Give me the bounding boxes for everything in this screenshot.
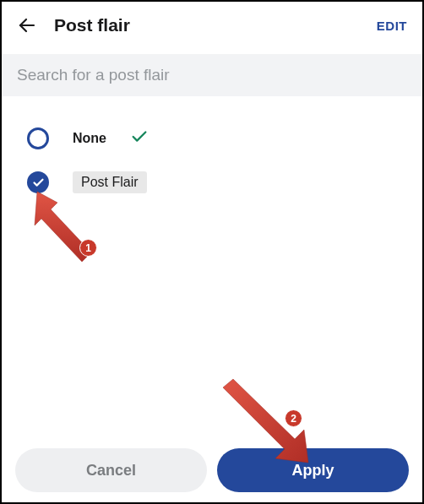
cancel-button[interactable]: Cancel	[15, 448, 207, 492]
header: Post flair EDIT	[2, 2, 422, 49]
apply-button[interactable]: Apply	[217, 448, 409, 492]
search-bar[interactable]	[2, 54, 422, 96]
footer: Cancel Apply	[2, 448, 422, 492]
radio-unchecked-icon[interactable]	[27, 127, 49, 149]
flair-label: Post Flair	[81, 175, 139, 189]
flair-label: None	[73, 131, 106, 146]
flair-list: None Post Flair	[2, 96, 422, 204]
flair-row-none[interactable]: None	[2, 117, 422, 160]
annotation-badge-1: 1	[79, 239, 97, 257]
page-title: Post flair	[54, 15, 130, 35]
back-button[interactable]	[15, 14, 39, 37]
radio-checked-icon[interactable]	[27, 171, 49, 193]
flair-pill: Post Flair	[73, 171, 147, 193]
annotation-badge-2: 2	[285, 409, 302, 427]
edit-button[interactable]: EDIT	[377, 19, 407, 33]
flair-row-postflair[interactable]: Post Flair	[2, 160, 422, 204]
arrow-left-icon	[17, 15, 37, 35]
search-input[interactable]	[17, 66, 407, 84]
checkmark-icon	[130, 127, 149, 149]
